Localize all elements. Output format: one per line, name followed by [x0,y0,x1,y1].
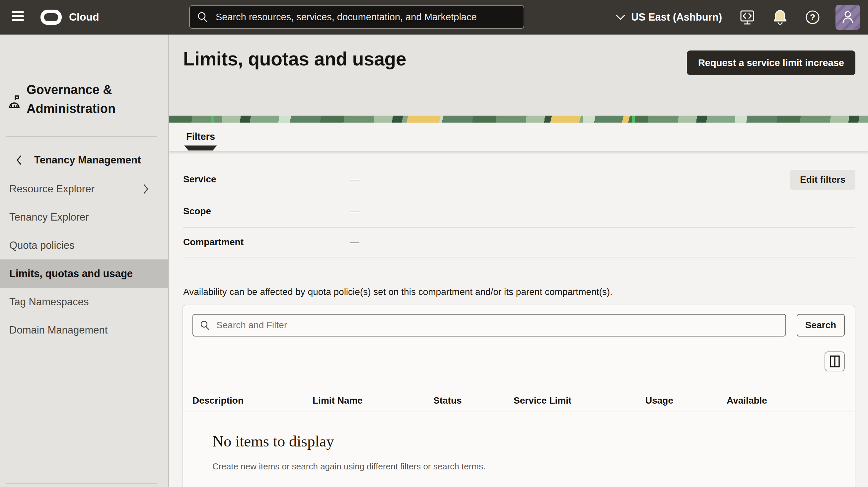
region-selector[interactable]: US East (Ashburn) [616,11,722,23]
top-navigation-bar: Cloud US East (Ashburn) [0,0,868,34]
empty-state-message: Create new items or search again using d… [212,461,855,472]
main-content: Limits, quotas and usage Request a servi… [169,34,868,487]
developer-tools-icon[interactable] [739,9,755,25]
region-label: US East (Ashburn) [631,11,722,23]
filter-row-service: Service — [183,151,856,195]
table-search-input[interactable] [216,320,779,331]
sidebar-item-resource-explorer[interactable]: Resource Explorer [0,175,168,203]
page-header: Limits, quotas and usage Request a servi… [169,34,868,116]
hamburger-menu-icon[interactable] [12,11,24,24]
sidebar-item-domain-management[interactable]: Domain Management [0,316,168,344]
global-search-input[interactable] [216,11,516,23]
chevron-right-icon [143,184,149,194]
column-picker-button[interactable] [825,351,845,371]
sidebar-item-tenancy-explorer[interactable]: Tenancy Explorer [0,203,168,231]
person-icon [841,10,855,25]
chevron-down-icon [616,14,625,20]
global-search[interactable] [189,5,524,29]
search-icon [197,11,208,23]
sidebar-divider [6,136,157,137]
sidebar-divider [6,483,157,484]
sidebar-back-tenancy-management[interactable]: Tenancy Management [0,153,168,167]
tab-bar: Filters [169,122,868,151]
notifications-bell-icon[interactable] [772,9,788,25]
oracle-logo-icon[interactable] [40,10,62,25]
availability-note: Availability can be affected by quota po… [169,257,868,297]
governance-building-icon [7,95,21,110]
search-button[interactable]: Search [797,314,845,337]
filter-row-scope: Scope — [183,195,856,228]
sidebar-item-tag-namespaces[interactable]: Tag Namespaces [0,288,168,316]
chevron-left-icon [16,155,22,166]
filter-row-compartment: Compartment — [183,228,856,257]
filters-section: Service — Scope — Compartment — Edit fil… [169,151,868,257]
sidebar-section-title: Governance & Administration [27,80,146,118]
column-header-service-limit[interactable]: Service Limit [514,395,645,406]
table-header-row: Description Limit Name Status Service Li… [183,395,855,412]
sidebar-menu: Resource Explorer Tenancy Explorer Quota… [0,175,168,344]
sidebar: Governance & Administration Tenancy Mana… [0,34,169,487]
columns-icon [830,355,840,368]
table-toolbar [183,337,855,371]
oci-console: Cloud US East (Ashburn) [0,0,868,487]
header-actions: US East (Ashburn) ? [616,0,860,34]
help-icon[interactable]: ? [805,10,820,25]
column-header-status[interactable]: Status [433,395,514,406]
table-search-row: Search [183,305,855,337]
tab-filters[interactable]: Filters [184,131,217,150]
user-avatar[interactable] [835,5,860,30]
table-search-field[interactable] [192,314,786,337]
brand-label: Cloud [69,11,99,23]
column-header-limit-name[interactable]: Limit Name [313,395,433,406]
sidebar-item-limits-quotas-usage[interactable]: Limits, quotas and usage [0,259,168,288]
empty-state-title: No items to display [212,432,855,450]
active-tab-indicator [184,145,217,150]
column-header-usage[interactable]: Usage [645,395,727,406]
sidebar-item-quota-policies[interactable]: Quota policies [0,231,168,259]
empty-state: No items to display Create new items or … [183,412,855,472]
column-header-description[interactable]: Description [192,395,313,406]
sidebar-parent-label: Tenancy Management [34,154,141,166]
request-service-limit-increase-button[interactable]: Request a service limit increase [687,51,856,75]
decorative-banner [169,116,868,122]
edit-filters-button[interactable]: Edit filters [790,170,856,190]
limits-table-card: Search Description Limit Name Status Ser… [183,305,856,487]
column-header-available[interactable]: Available [727,395,855,406]
svg-text:?: ? [810,12,815,22]
search-icon [200,320,210,331]
